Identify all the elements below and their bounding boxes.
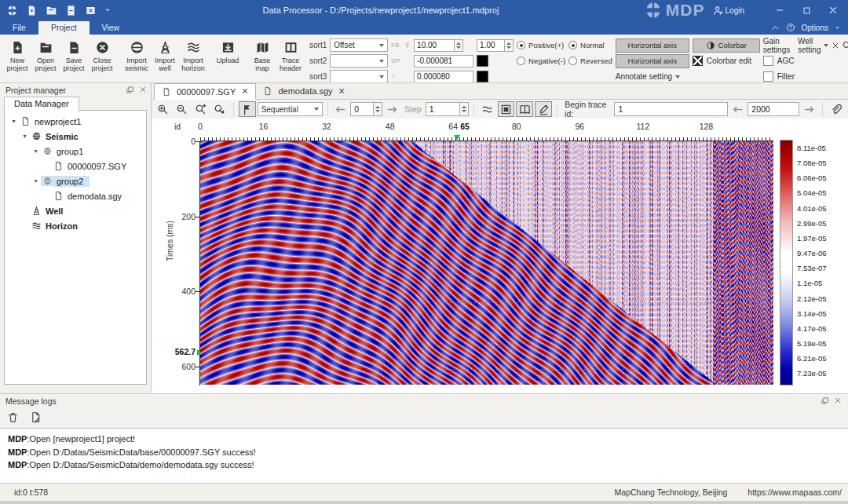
zoom-out-button[interactable] — [174, 101, 191, 117]
ratio-input[interactable] — [477, 39, 505, 52]
close-view-button[interactable]: Close — [832, 38, 848, 53]
max-color-swatch[interactable] — [477, 71, 488, 82]
tree-node-well[interactable]: Well — [5, 203, 146, 218]
trace-header-button[interactable]: Trace header — [276, 37, 305, 73]
step-input[interactable] — [426, 102, 460, 116]
horizontal-axis-bottom-button[interactable]: Horizontal axis — [616, 54, 689, 68]
close-window-icon[interactable] — [85, 5, 97, 16]
negative-radio[interactable]: Negative(-) — [517, 57, 565, 65]
display-mode-select[interactable]: Sequential — [258, 102, 323, 116]
sort2-select[interactable] — [330, 54, 388, 68]
close-project-button[interactable]: Close project — [88, 37, 116, 73]
new-file-icon[interactable] — [26, 5, 38, 16]
scale-input[interactable] — [414, 39, 455, 52]
close-tab-icon[interactable]: ✕ — [338, 86, 345, 97]
begin-trace-input[interactable] — [614, 102, 728, 116]
float-panel-icon[interactable] — [821, 396, 829, 405]
quick-access-caret-icon[interactable] — [104, 7, 111, 13]
seismic-canvas[interactable] — [200, 141, 773, 385]
colorbar-button[interactable]: Colorbar — [693, 38, 760, 53]
open-file-icon[interactable] — [46, 5, 57, 16]
close-button[interactable] — [821, 2, 845, 19]
save-file-icon[interactable] — [65, 5, 77, 16]
min-amplitude-input[interactable] — [414, 55, 473, 68]
zoom-in-button[interactable] — [155, 101, 172, 117]
doc-node-icon — [52, 191, 65, 201]
import-horizon-button[interactable]: Import horizon — [179, 37, 207, 73]
tree-node-horizon[interactable]: Horizon — [5, 218, 146, 233]
colorbar-label: 9.47e-06 — [797, 250, 848, 257]
tab-data-manager[interactable]: Data Manager — [4, 97, 79, 111]
tab-project[interactable]: Project — [38, 21, 90, 35]
expander-icon[interactable]: ▾ — [31, 177, 41, 184]
tree-node-00000097-sgy[interactable]: 00000097.SGY — [5, 159, 146, 173]
ratio-spinner[interactable] — [505, 39, 514, 52]
upload-button[interactable]: Upload — [214, 37, 242, 64]
close-panel-icon[interactable] — [834, 396, 842, 405]
prev-position-button[interactable] — [332, 101, 349, 117]
sort3-select[interactable] — [330, 70, 388, 83]
annotate-setting-button[interactable]: Annotate setting — [616, 70, 689, 84]
options-button[interactable]: Options — [802, 24, 828, 32]
trace-count-input[interactable] — [747, 102, 799, 116]
scale-spinner[interactable] — [455, 39, 463, 52]
min-color-swatch[interactable] — [477, 55, 488, 67]
zoom-horizontal-button[interactable] — [192, 101, 210, 117]
login-button[interactable]: Login — [713, 5, 744, 16]
tab-file[interactable]: File — [0, 21, 38, 35]
open-project-button[interactable]: Open project — [31, 37, 60, 73]
sort1-select[interactable]: Offset — [330, 38, 388, 52]
expander-icon[interactable]: ▾ — [31, 148, 41, 155]
new-project-button[interactable]: New project — [3, 37, 31, 73]
step-spinner[interactable] — [460, 102, 469, 116]
filter-checkbox[interactable]: Filter — [763, 71, 795, 82]
next-page-button[interactable] — [801, 101, 817, 117]
save-project-button[interactable]: Save project — [60, 37, 88, 73]
import-seismic-button[interactable]: Import seismic — [122, 37, 151, 73]
clear-logs-button[interactable] — [3, 409, 23, 425]
probe-icon[interactable] — [404, 42, 411, 49]
colorbar-edit-checkbox[interactable]: Colorbar edit — [693, 56, 760, 66]
gain-settings-button[interactable]: Gain settings — [763, 38, 795, 53]
tree-node-group2[interactable]: ▾group2 — [5, 173, 146, 188]
horizontal-axis-top-button[interactable]: Horizontal axis — [616, 38, 689, 53]
annotate-pen-button[interactable] — [535, 101, 552, 117]
tree-node-demodata-sgy[interactable]: demodata.sgy — [5, 188, 146, 203]
help-icon[interactable] — [786, 23, 795, 32]
base-map-button[interactable]: Base map — [248, 37, 276, 73]
positive-radio[interactable]: Positive(+) — [517, 41, 565, 49]
doc-tab-00000097[interactable]: 00000097.SGY ✕ — [154, 83, 256, 100]
doc-tab-demodata[interactable]: demodata.sgy ✕ — [256, 83, 352, 99]
float-panel-icon[interactable] — [126, 86, 134, 94]
agc-checkbox[interactable]: AGC — [763, 56, 795, 66]
tree-node-group1[interactable]: ▾group1 — [5, 144, 146, 159]
tree-node-seismic[interactable]: ▾Seismic — [5, 129, 146, 144]
normal-radio[interactable]: Normal — [568, 41, 612, 49]
position-spinner[interactable] — [374, 102, 382, 116]
export-logs-button[interactable] — [26, 409, 46, 425]
expander-icon[interactable]: ▾ — [9, 118, 19, 125]
tab-view[interactable]: View — [90, 21, 133, 35]
close-tab-icon[interactable]: ✕ — [241, 86, 248, 97]
colorbar-label: 7.23e-05 — [797, 370, 848, 378]
reversed-radio[interactable]: Reversed — [568, 57, 612, 65]
zoom-vertical-button[interactable] — [211, 101, 228, 117]
density-display-button[interactable] — [498, 101, 515, 117]
prev-page-button[interactable] — [729, 101, 746, 117]
log-entry: MDP:Open D:/Datas/SeismicData/demo/demod… — [8, 458, 840, 472]
tree-node-newproject1[interactable]: ▾newproject1 — [5, 114, 146, 129]
attach-button[interactable] — [828, 101, 845, 117]
collapse-ribbon-icon[interactable] — [771, 24, 780, 32]
expander-icon[interactable]: ▾ — [20, 133, 30, 140]
max-amplitude-input[interactable] — [414, 71, 473, 83]
maximize-button[interactable] — [795, 2, 818, 19]
import-well-button[interactable]: Import well — [151, 37, 179, 73]
next-position-button[interactable] — [384, 101, 400, 117]
position-input[interactable] — [350, 102, 374, 116]
map-view-button[interactable] — [516, 101, 533, 117]
pick-mode-button[interactable] — [239, 101, 256, 117]
wiggle-display-button[interactable] — [479, 101, 496, 117]
well-setting-button[interactable]: Well setting — [798, 38, 828, 53]
close-panel-icon[interactable] — [139, 86, 147, 94]
minimize-button[interactable] — [768, 2, 791, 19]
